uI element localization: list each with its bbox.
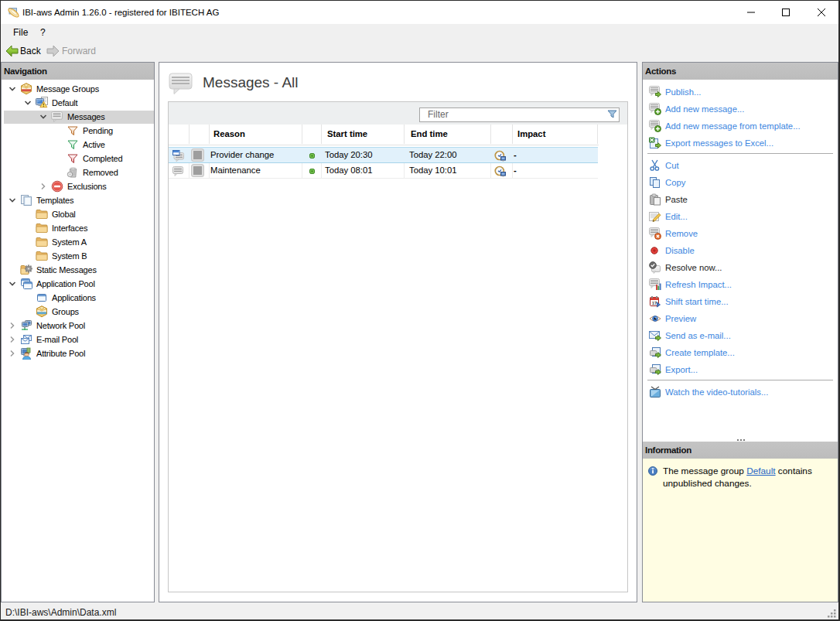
svg-text:17: 17	[652, 301, 657, 305]
